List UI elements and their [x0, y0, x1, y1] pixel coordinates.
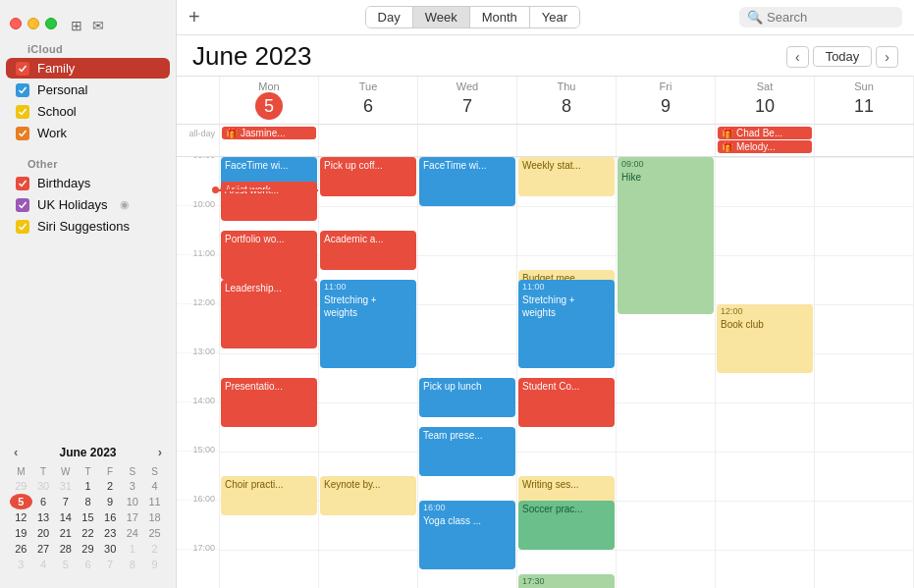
- sidebar-item-family[interactable]: Family: [6, 58, 170, 79]
- calendar-event[interactable]: Weekly stat...: [518, 157, 615, 196]
- inbox-icon[interactable]: ✉: [92, 18, 104, 33]
- mini-cal-day[interactable]: 13: [32, 509, 55, 525]
- mini-cal-day[interactable]: 9: [99, 494, 122, 509]
- calendar-event[interactable]: 17:30Drop offGrandma...: [518, 574, 615, 588]
- next-period-button[interactable]: ›: [876, 46, 898, 68]
- day-name: Thu: [519, 80, 614, 92]
- zoom-button[interactable]: [45, 18, 57, 29]
- mini-cal-day[interactable]: 15: [77, 509, 99, 525]
- mini-cal-day[interactable]: 27: [32, 541, 55, 557]
- time-grid-container[interactable]: 09:0010:0011:0012:0013:0014:0015:0016:00…: [177, 157, 914, 588]
- mini-cal-day[interactable]: 30: [32, 478, 55, 494]
- day-col-4: 09:00Hike: [617, 157, 716, 588]
- mini-cal-day[interactable]: 6: [32, 494, 55, 509]
- allday-event[interactable]: 🎁Jasmine...: [222, 127, 316, 139]
- calendar-event[interactable]: Choir practi...: [221, 476, 317, 515]
- mini-cal-day[interactable]: 22: [77, 525, 99, 541]
- mini-cal-day[interactable]: 18: [143, 509, 166, 525]
- event-title: Stretching +weights: [324, 294, 412, 319]
- calendar-event[interactable]: Soccer prac...: [518, 501, 615, 550]
- calendar-event[interactable]: Student Co...: [518, 378, 615, 427]
- allday-event[interactable]: 🎁Melody...: [718, 140, 812, 153]
- calendar-event[interactable]: 11:00Stretching +weights: [320, 280, 416, 368]
- event-title: Team prese...: [423, 429, 511, 442]
- view-day-button[interactable]: Day: [366, 7, 413, 27]
- mini-cal-day[interactable]: 4: [32, 557, 55, 572]
- mini-cal-next[interactable]: ›: [154, 443, 166, 461]
- minimize-button[interactable]: [27, 18, 39, 29]
- sidebar-toggle-icon[interactable]: ⊞: [71, 18, 82, 33]
- mini-cal-day[interactable]: 5: [54, 557, 77, 572]
- mini-cal-day[interactable]: 23: [99, 525, 122, 541]
- calendar-event[interactable]: Pick up coff...: [320, 157, 416, 196]
- mini-cal-day[interactable]: 25: [143, 525, 166, 541]
- mini-cal-day[interactable]: 10: [122, 494, 144, 509]
- time-label: 16:00: [192, 495, 215, 504]
- event-time: 11:00: [522, 282, 611, 294]
- mini-cal-day[interactable]: 29: [10, 478, 32, 494]
- mini-cal-day[interactable]: 8: [122, 557, 144, 572]
- search-input[interactable]: [767, 10, 894, 25]
- sidebar-item-work[interactable]: Work: [6, 123, 170, 143]
- prev-period-button[interactable]: ‹: [786, 46, 809, 68]
- mini-cal-day[interactable]: 30: [99, 541, 122, 557]
- calendar-event[interactable]: Portfolio wo...: [221, 231, 317, 280]
- mini-cal-day[interactable]: 11: [143, 494, 166, 509]
- calendar-header: June 2023 ‹ Today ›: [177, 35, 914, 77]
- today-button[interactable]: Today: [813, 46, 873, 67]
- calendar-event[interactable]: 16:00Yoga class ...: [419, 501, 515, 569]
- hour-line: [716, 501, 814, 502]
- calendar-event[interactable]: 12:00Book club: [717, 304, 813, 373]
- mini-cal-day[interactable]: 2: [143, 541, 166, 557]
- mini-cal-day[interactable]: 7: [99, 557, 122, 572]
- sidebar-item-school[interactable]: School: [6, 101, 170, 122]
- mini-cal-day[interactable]: 8: [77, 494, 99, 509]
- sidebar-item-siri-suggestions[interactable]: Siri Suggestions: [6, 216, 170, 237]
- mini-cal-day[interactable]: 24: [122, 525, 144, 541]
- mini-cal-day[interactable]: 21: [54, 525, 77, 541]
- calendar-event[interactable]: 09:00Hike: [618, 157, 714, 314]
- mini-cal-day[interactable]: 1: [122, 541, 144, 557]
- calendar-event[interactable]: Pick up lunch: [419, 378, 515, 417]
- mini-cal-day[interactable]: 20: [32, 525, 55, 541]
- mini-cal-day[interactable]: 1: [77, 478, 99, 494]
- calendar-event[interactable]: Team prese...: [419, 427, 515, 476]
- mini-cal-day[interactable]: 29: [77, 541, 99, 557]
- mini-cal-day[interactable]: 7: [54, 494, 77, 509]
- calendar-event[interactable]: Presentatio...: [221, 378, 317, 427]
- mini-cal-day[interactable]: 3: [122, 478, 144, 494]
- mini-cal-day[interactable]: 14: [54, 509, 77, 525]
- search-box[interactable]: 🔍: [739, 7, 902, 27]
- view-year-button[interactable]: Year: [530, 7, 579, 27]
- sidebar-item-uk-holidays[interactable]: UK Holidays◉: [6, 194, 170, 215]
- hour-line: [220, 353, 318, 354]
- calendar-event[interactable]: Keynote by...: [320, 476, 416, 515]
- mini-cal-day[interactable]: 9: [143, 557, 166, 572]
- mini-cal-day[interactable]: 28: [54, 541, 77, 557]
- view-month-button[interactable]: Month: [470, 7, 530, 27]
- view-week-button[interactable]: Week: [413, 7, 470, 27]
- mini-cal-day[interactable]: 19: [10, 525, 32, 541]
- sidebar-item-personal[interactable]: Personal: [6, 80, 170, 100]
- add-event-button[interactable]: +: [188, 6, 200, 28]
- mini-cal-day[interactable]: 26: [10, 541, 32, 557]
- calendar-event[interactable]: 11:00Stretching +weights: [518, 280, 615, 368]
- label-personal: Personal: [37, 82, 87, 97]
- checkbox-siri-suggestions: [16, 220, 29, 234]
- mini-cal-prev[interactable]: ‹: [10, 443, 22, 461]
- mini-cal-day[interactable]: 31: [54, 478, 77, 494]
- mini-cal-day[interactable]: 3: [10, 557, 32, 572]
- close-button[interactable]: [10, 18, 22, 29]
- mini-cal-day[interactable]: 12: [10, 509, 32, 525]
- sidebar-item-birthdays[interactable]: Birthdays: [6, 173, 170, 193]
- allday-event[interactable]: 🎁Chad Be...: [718, 127, 812, 139]
- mini-cal-day[interactable]: 2: [99, 478, 122, 494]
- mini-cal-day[interactable]: 17: [122, 509, 144, 525]
- calendar-event[interactable]: FaceTime wi...: [419, 157, 515, 206]
- calendar-event[interactable]: Leadership...: [221, 280, 317, 348]
- mini-cal-day[interactable]: 4: [143, 478, 166, 494]
- mini-cal-day[interactable]: 6: [77, 557, 99, 572]
- calendar-event[interactable]: Academic a...: [320, 231, 416, 270]
- mini-cal-day[interactable]: 16: [99, 509, 122, 525]
- mini-cal-day[interactable]: 5: [10, 494, 32, 509]
